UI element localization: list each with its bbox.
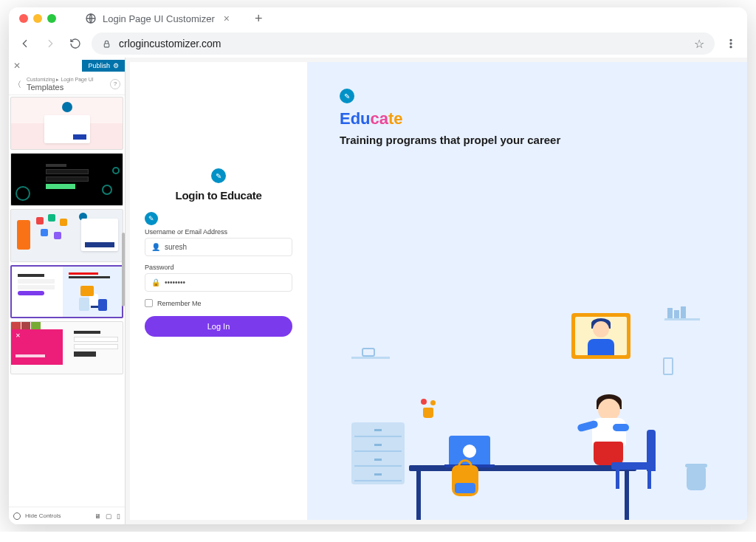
password-input[interactable]: 🔒 ••••••••: [145, 273, 292, 292]
hero-subtitle: Training programs that propel your caree…: [340, 133, 561, 148]
user-icon: 👤: [151, 243, 160, 251]
section-heading: Customizing ▸ Login Page UI Templates: [27, 77, 110, 92]
forward-button[interactable]: [41, 35, 59, 52]
remember-label: Remember Me: [157, 300, 202, 307]
template-thumb-5[interactable]: [10, 321, 123, 374]
hide-controls-link[interactable]: Hide Controls: [25, 512, 90, 519]
collapse-icon[interactable]: [13, 512, 21, 520]
login-panel: ✎ Login to Educate ✎ Username or Email A…: [130, 62, 307, 520]
login-form: ✎ Username or Email Address 👤 suresh Pas…: [145, 212, 292, 337]
password-label: Password: [145, 264, 292, 271]
publish-label: Publish: [88, 62, 110, 69]
scrollbar-thumb[interactable]: [122, 233, 125, 306]
customizer-topbar: ✕ Publish ⚙: [9, 58, 125, 74]
svg-point-4: [730, 47, 732, 48]
back-button[interactable]: [16, 35, 34, 52]
preview-pane: ✎ Login to Educate ✎ Username or Email A…: [126, 58, 747, 524]
page-content: ✕ Publish ⚙ 〈 Customizing ▸ Login Page U…: [9, 58, 747, 524]
bookmark-icon[interactable]: ☆: [694, 37, 704, 51]
reload-button[interactable]: [66, 35, 84, 52]
remember-checkbox[interactable]: [145, 299, 153, 307]
template-list[interactable]: [9, 95, 125, 507]
gear-icon: ⚙: [113, 62, 119, 69]
hero-title-part-2: ca: [371, 109, 388, 128]
tab-strip: Login Page UI Customizer × +: [76, 10, 268, 27]
url-text: crlogincustomizer.com: [119, 38, 221, 49]
breadcrumb: Customizing ▸ Login Page UI: [27, 77, 110, 83]
hero-title-part-1: Edu: [340, 109, 371, 128]
hero-panel: ✎ Educate Training programs that propel …: [307, 62, 747, 520]
tab-title: Login Page UI Customizer: [103, 13, 215, 24]
window-minimize-dot[interactable]: [33, 14, 42, 23]
svg-point-3: [730, 43, 732, 44]
desktop-preview-icon[interactable]: 🖥: [94, 512, 101, 520]
login-button[interactable]: Log In: [145, 316, 292, 337]
globe-icon: [85, 13, 97, 24]
menu-button[interactable]: [722, 35, 740, 52]
lock-icon: [102, 39, 111, 49]
svg-rect-1: [104, 43, 109, 47]
publish-button[interactable]: Publish ⚙: [82, 60, 125, 72]
hero-title: Educate: [340, 109, 715, 128]
login-button-label: Log In: [207, 322, 230, 331]
address-bar: crlogincustomizer.com ☆: [9, 30, 747, 58]
close-customizer-button[interactable]: ✕: [9, 61, 25, 71]
template-thumb-2[interactable]: [10, 153, 123, 206]
window-maximize-dot[interactable]: [47, 14, 56, 23]
password-value: ••••••••: [165, 278, 185, 287]
browser-window: Login Page UI Customizer × + crlogincust…: [9, 7, 747, 524]
titlebar: Login Page UI Customizer × +: [9, 7, 747, 30]
template-thumb-4-selected[interactable]: [10, 265, 123, 318]
login-title: Login to Educate: [176, 189, 262, 202]
url-field[interactable]: crlogincustomizer.com ☆: [92, 32, 715, 55]
mobile-preview-icon[interactable]: ▯: [117, 512, 120, 520]
window-close-dot[interactable]: [19, 14, 28, 23]
template-thumb-3[interactable]: [10, 209, 123, 262]
hero-illustration: [351, 306, 710, 498]
new-tab-button[interactable]: +: [249, 11, 269, 27]
customizer-footer: Hide Controls 🖥 ▢ ▯: [9, 507, 125, 524]
edit-hero-shortcut[interactable]: ✎: [340, 89, 354, 103]
username-label: Username or Email Address: [145, 228, 292, 236]
username-value: suresh: [165, 243, 187, 251]
browser-tab[interactable]: Login Page UI Customizer ×: [76, 10, 241, 27]
section-title: Templates: [27, 83, 110, 92]
customizer-panel: ✕ Publish ⚙ 〈 Customizing ▸ Login Page U…: [9, 58, 126, 524]
tablet-preview-icon[interactable]: ▢: [106, 512, 112, 520]
template-thumb-1[interactable]: [10, 97, 123, 150]
tab-close-icon[interactable]: ×: [221, 13, 233, 24]
edit-title-shortcut[interactable]: ✎: [211, 168, 226, 183]
username-input[interactable]: 👤 suresh: [145, 238, 292, 256]
lock-icon: 🔒: [151, 278, 160, 287]
hero-title-part-3: te: [388, 109, 403, 128]
back-section-button[interactable]: 〈: [13, 79, 27, 90]
remember-row[interactable]: Remember Me: [145, 299, 292, 307]
edit-form-shortcut[interactable]: ✎: [145, 212, 158, 225]
customizer-header: 〈 Customizing ▸ Login Page UI Templates …: [9, 74, 125, 95]
svg-point-2: [730, 39, 732, 41]
help-icon[interactable]: ?: [110, 79, 120, 89]
